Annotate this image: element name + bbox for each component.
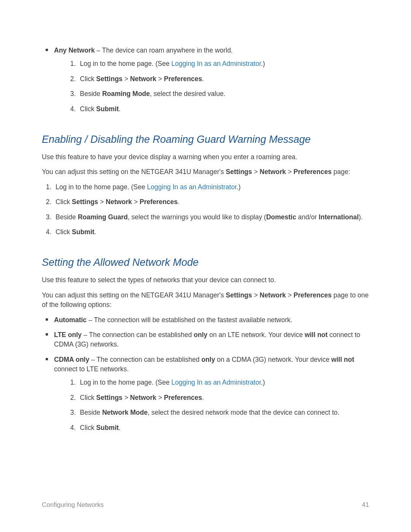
text: .: [202, 75, 204, 83]
option-lte-only: LTE only – The connection can be establi…: [53, 330, 369, 350]
network-mode-heading: Setting the Allowed Network Mode: [42, 255, 369, 270]
text: .): [261, 60, 265, 67]
bold-text: International: [319, 213, 359, 221]
bold-text: will not: [305, 331, 328, 339]
text: connect to LTE networks.: [54, 365, 129, 373]
bold-text: Preferences: [164, 75, 202, 83]
page-footer: Configuring Networks 41: [42, 500, 369, 510]
step-login: Log in to the home page. (See Logging In…: [78, 378, 369, 387]
text: >: [252, 291, 260, 299]
text: and/or: [296, 213, 319, 221]
step-submit: Click Submit.: [53, 227, 369, 237]
footer-section-name: Configuring Networks: [42, 500, 104, 510]
bold-text: CDMA only: [54, 356, 89, 363]
text: >: [286, 168, 293, 176]
bold-text: Settings: [72, 198, 98, 206]
text: Log in to the home page. (See: [80, 379, 171, 386]
step-roaming-mode: Beside Roaming Mode, select the desired …: [78, 89, 369, 99]
text: Click: [80, 394, 96, 401]
step-submit: Click Submit.: [78, 104, 369, 114]
text: Log in to the home page. (See: [56, 183, 147, 191]
text: Beside: [80, 409, 102, 416]
bold-text: Roaming Guard: [78, 213, 127, 221]
text: Click: [80, 75, 96, 83]
text: – The connection will be established on …: [87, 316, 293, 324]
login-admin-link[interactable]: Logging In as an Administrator: [171, 379, 261, 386]
bold-text: only: [194, 331, 207, 339]
text: You can adjust this setting on the NETGE…: [42, 291, 226, 299]
bold-text: Network: [260, 291, 286, 299]
any-network-label: Any Network: [54, 46, 95, 54]
bold-text: Settings: [226, 168, 252, 176]
text: .: [119, 105, 121, 113]
option-automatic: Automatic – The connection will be estab…: [53, 315, 369, 325]
text: Beside: [80, 90, 102, 97]
bold-text: LTE only: [54, 331, 82, 339]
text: >: [156, 394, 164, 401]
bold-text: Preferences: [164, 394, 202, 401]
text: – The connection can be established: [82, 331, 194, 339]
any-network-steps: Log in to the home page. (See Logging In…: [64, 59, 369, 114]
roaming-guard-steps: Log in to the home page. (See Logging In…: [42, 182, 369, 237]
bold-text: Network Mode: [102, 409, 148, 416]
text: , select the desired network mode that t…: [148, 409, 339, 416]
step-click-settings: Click Settings > Network > Preferences.: [78, 393, 369, 403]
text: Click: [56, 198, 72, 206]
text: – The connection can be established: [89, 356, 201, 363]
roaming-guard-intro: Use this feature to have your device dis…: [42, 152, 369, 162]
bold-text: Settings: [96, 75, 123, 83]
any-network-list: Any Network – The device can roam anywhe…: [42, 46, 369, 114]
text: You can adjust this setting on the NETGE…: [42, 168, 226, 176]
roaming-guard-heading: Enabling / Disabling the Roaming Guard W…: [42, 132, 369, 147]
bold-text: Preferences: [293, 168, 331, 176]
bold-text: Roaming Mode: [102, 90, 150, 97]
text: on an LTE network. Your device: [207, 331, 305, 339]
text: Beside: [56, 213, 78, 221]
text: >: [286, 291, 293, 299]
text: on a CDMA (3G) network. Your device: [215, 356, 331, 363]
login-admin-link[interactable]: Logging In as an Administrator: [171, 60, 261, 67]
text: >: [123, 394, 130, 401]
text: , select the warnings you would like to …: [128, 213, 266, 221]
network-mode-steps: Log in to the home page. (See Logging In…: [64, 378, 369, 433]
step-network-mode-select: Beside Network Mode, select the desired …: [78, 408, 369, 417]
document-page: Any Network – The device can roam anywhe…: [0, 0, 411, 532]
bold-text: Network: [130, 75, 156, 83]
text: >: [98, 198, 106, 206]
login-admin-link[interactable]: Logging In as an Administrator: [147, 183, 236, 191]
network-mode-options: Automatic – The connection will be estab…: [42, 315, 369, 433]
network-mode-intro: Use this feature to select the types of …: [42, 275, 369, 285]
text: >: [156, 75, 164, 83]
bold-text: Settings: [96, 394, 123, 401]
bold-text: Automatic: [54, 316, 87, 324]
bold-text: Settings: [226, 291, 252, 299]
text: .): [261, 379, 265, 386]
text: >: [132, 198, 140, 206]
text: page:: [331, 168, 350, 176]
text: Click: [80, 105, 96, 113]
step-click-settings: Click Settings > Network > Preferences.: [53, 197, 369, 207]
step-roaming-guard-select: Beside Roaming Guard, select the warning…: [53, 212, 369, 222]
bold-text: Network: [106, 198, 132, 206]
step-login: Log in to the home page. (See Logging In…: [78, 59, 369, 69]
bold-text: Submit: [96, 424, 119, 431]
bold-text: Submit: [72, 228, 94, 236]
bold-text: Preferences: [140, 198, 178, 206]
text: .: [94, 228, 96, 236]
step-login: Log in to the home page. (See Logging In…: [53, 182, 369, 192]
text: .: [119, 424, 121, 431]
step-click-settings: Click Settings > Network > Preferences.: [78, 74, 369, 84]
text: .): [237, 183, 241, 191]
footer-page-number: 41: [362, 500, 369, 510]
text: Log in to the home page. (See: [80, 60, 171, 67]
step-submit: Click Submit.: [78, 423, 369, 433]
text: ).: [359, 213, 363, 221]
text: >: [123, 75, 130, 83]
bold-text: Network: [130, 394, 156, 401]
bold-text: will not: [331, 356, 354, 363]
text: .: [202, 394, 204, 401]
network-mode-path: You can adjust this setting on the NETGE…: [42, 291, 369, 310]
bold-text: Domestic: [266, 213, 296, 221]
text: .: [178, 198, 180, 206]
bold-text: Preferences: [293, 291, 331, 299]
